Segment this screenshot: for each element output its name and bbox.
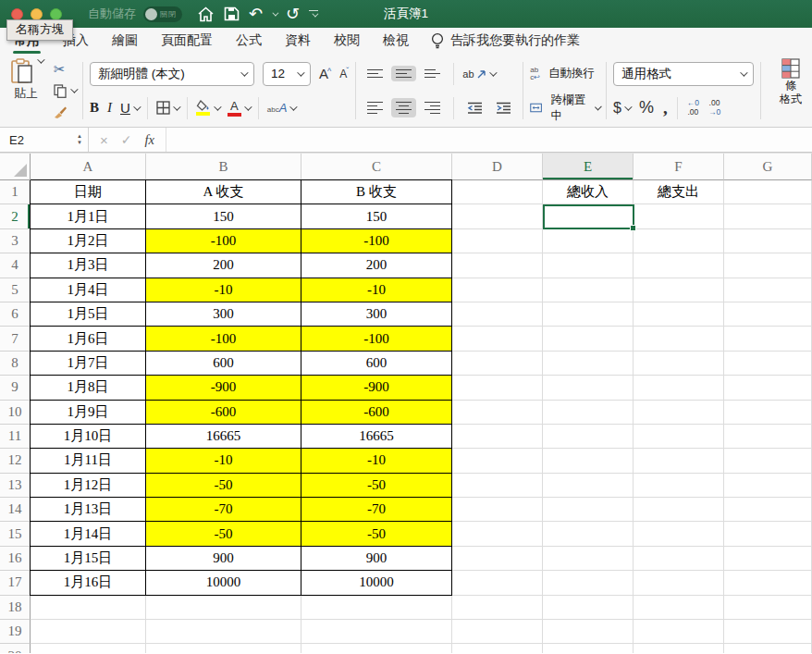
- cell-G16[interactable]: [724, 547, 812, 571]
- cell-C12[interactable]: -10: [301, 449, 452, 473]
- cell-B9[interactable]: -900: [146, 376, 301, 400]
- cell-C11[interactable]: 16665: [301, 425, 452, 449]
- row-header-5[interactable]: 5: [0, 278, 31, 302]
- quick-access-more-icon[interactable]: [309, 10, 318, 19]
- cell-F10[interactable]: [634, 401, 724, 425]
- cell-E2[interactable]: [543, 204, 634, 228]
- cell-B15[interactable]: -50: [146, 522, 301, 546]
- paste-dropdown-chevron-icon[interactable]: [37, 56, 44, 63]
- cell-F15[interactable]: [634, 522, 724, 546]
- row-header-8[interactable]: 8: [0, 352, 31, 376]
- cell-E5[interactable]: [543, 278, 634, 302]
- tab-資料[interactable]: 資料: [284, 29, 312, 53]
- cell-D16[interactable]: [452, 547, 543, 571]
- cell-F5[interactable]: [634, 278, 724, 302]
- cell-C8[interactable]: 600: [301, 352, 452, 376]
- cell-E6[interactable]: [543, 302, 634, 327]
- cell-F17[interactable]: [634, 571, 724, 595]
- cell-B6[interactable]: 300: [146, 302, 301, 327]
- row-header-14[interactable]: 14: [0, 498, 31, 522]
- row-header-3[interactable]: 3: [0, 229, 31, 253]
- cell-B14[interactable]: -70: [146, 498, 301, 522]
- cell-C5[interactable]: -10: [301, 278, 452, 302]
- number-format-select[interactable]: 通用格式: [613, 62, 754, 86]
- row-header-20[interactable]: 20: [0, 644, 31, 653]
- cancel-icon[interactable]: ×: [100, 132, 108, 148]
- cell-B11[interactable]: 16665: [146, 425, 301, 449]
- cell-B7[interactable]: -100: [146, 327, 301, 351]
- font-name-select[interactable]: 新細明體 (本文): [90, 62, 254, 86]
- cell-G6[interactable]: [724, 302, 812, 327]
- cell-B10[interactable]: -600: [146, 401, 301, 425]
- cell-C6[interactable]: 300: [301, 302, 452, 327]
- row-header-1[interactable]: 1: [0, 180, 31, 204]
- enter-icon[interactable]: ✓: [121, 132, 132, 147]
- cell-G17[interactable]: [724, 571, 812, 595]
- cell-C1[interactable]: B 收支: [301, 179, 452, 204]
- cell-B17[interactable]: 10000: [146, 571, 301, 595]
- cell-F6[interactable]: [634, 302, 724, 327]
- row-header-9[interactable]: 9: [0, 376, 31, 400]
- column-header-A[interactable]: A: [31, 154, 146, 180]
- tab-檢視[interactable]: 檢視: [382, 29, 410, 53]
- cell-C7[interactable]: -100: [301, 327, 452, 351]
- merge-center-button[interactable]: 跨欄置中: [530, 93, 599, 123]
- column-header-E[interactable]: E: [543, 154, 634, 180]
- cell-F11[interactable]: [634, 425, 724, 449]
- row-header-18[interactable]: 18: [0, 596, 31, 620]
- cell-E3[interactable]: [543, 229, 634, 253]
- cell-G15[interactable]: [724, 522, 812, 546]
- redo-icon[interactable]: ↺: [286, 6, 300, 22]
- cell-D6[interactable]: [452, 302, 543, 327]
- cell-D8[interactable]: [452, 352, 543, 376]
- cell-F7[interactable]: [634, 327, 724, 351]
- cell-E20[interactable]: [543, 644, 634, 653]
- cell-A18[interactable]: [31, 596, 146, 620]
- cell-A4[interactable]: 1月3日: [30, 253, 146, 278]
- cell-G10[interactable]: [724, 401, 812, 425]
- cell-G2[interactable]: [724, 204, 812, 228]
- cell-E19[interactable]: [543, 620, 634, 644]
- row-header-19[interactable]: 19: [0, 620, 31, 644]
- row-header-11[interactable]: 11: [0, 425, 31, 449]
- cell-D9[interactable]: [452, 376, 543, 400]
- cell-B16[interactable]: 900: [146, 547, 301, 571]
- cell-A2[interactable]: 1月1日: [30, 204, 146, 228]
- cell-D12[interactable]: [452, 449, 543, 473]
- cell-E10[interactable]: [543, 401, 634, 425]
- cell-B2[interactable]: 150: [146, 204, 301, 228]
- cell-F19[interactable]: [634, 620, 724, 644]
- name-box[interactable]: E2 ▲▼: [0, 128, 89, 152]
- format-painter-button[interactable]: [54, 104, 76, 120]
- name-box-spinner[interactable]: ▲▼: [77, 133, 82, 145]
- cell-C18[interactable]: [301, 596, 452, 620]
- cell-D19[interactable]: [452, 620, 543, 644]
- cell-G4[interactable]: [724, 253, 812, 278]
- cell-F1[interactable]: 總支出: [634, 180, 724, 204]
- cell-A14[interactable]: 1月13日: [30, 498, 146, 522]
- underline-button[interactable]: U: [120, 100, 139, 116]
- phonetic-guide-button[interactable]: abcA: [267, 102, 296, 114]
- minimize-window-button[interactable]: [31, 8, 43, 20]
- cell-D20[interactable]: [452, 644, 543, 653]
- font-color-button[interactable]: A: [228, 100, 250, 117]
- cell-B4[interactable]: 200: [146, 253, 301, 278]
- cell-F9[interactable]: [634, 376, 724, 400]
- cell-E12[interactable]: [543, 449, 634, 473]
- align-left-button[interactable]: [363, 98, 388, 118]
- cell-D4[interactable]: [452, 253, 543, 278]
- cell-E15[interactable]: [543, 522, 634, 546]
- align-top-button[interactable]: [363, 66, 388, 82]
- decrease-decimal-button[interactable]: .00→0: [708, 99, 720, 117]
- cell-B13[interactable]: -50: [146, 474, 301, 498]
- cell-C14[interactable]: -70: [301, 498, 452, 522]
- cell-F4[interactable]: [634, 253, 724, 278]
- cell-F16[interactable]: [634, 547, 724, 571]
- cell-C9[interactable]: -900: [301, 376, 452, 400]
- select-all-corner[interactable]: [0, 154, 31, 180]
- cell-E4[interactable]: [543, 253, 634, 278]
- tab-公式[interactable]: 公式: [235, 29, 263, 53]
- tab-校閱[interactable]: 校閱: [333, 29, 361, 53]
- decrease-indent-button[interactable]: [462, 98, 487, 117]
- undo-dropdown-chevron-icon[interactable]: [272, 9, 278, 16]
